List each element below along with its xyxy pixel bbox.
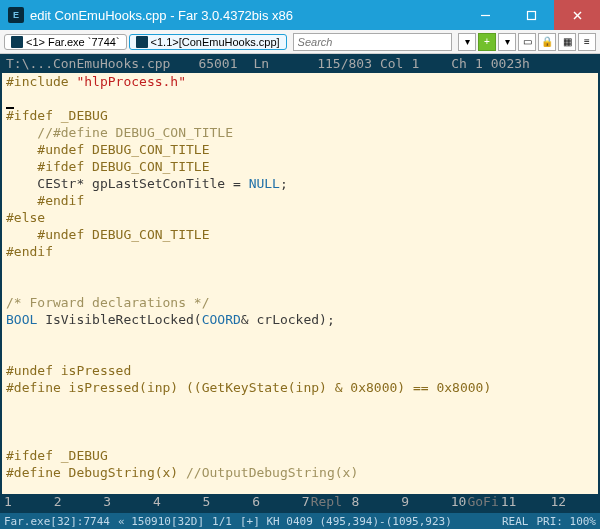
titlebar: E edit ConEmuHooks.cpp - Far 3.0.4372bis… xyxy=(0,0,600,30)
char-number: 1 xyxy=(475,56,483,73)
search-box xyxy=(293,33,452,51)
settings-button[interactable]: ▦ xyxy=(558,33,576,51)
tab-conemuhooks[interactable]: <1.1>[ConEmuHooks.cpp] xyxy=(129,34,287,50)
tab-label: <1> Far.exe `7744` xyxy=(26,36,120,48)
fkey-12[interactable]: 12 xyxy=(548,494,598,511)
code-editor[interactable]: #include "hlpProcess.h" #ifdef _DEBUG //… xyxy=(2,73,598,494)
fkey-1[interactable]: 1 xyxy=(2,494,52,511)
window-info: « 150910[32D] xyxy=(118,515,204,528)
add-dropdown-button[interactable]: ▾ xyxy=(498,33,516,51)
col-number: 1 xyxy=(411,56,419,73)
maximize-button[interactable] xyxy=(508,0,554,30)
line-number: 115/803 xyxy=(317,56,372,73)
editor: T:\...ConEmuHooks.cpp 65001 Ln 115/803 C… xyxy=(0,54,600,513)
lock-button[interactable]: 🔒 xyxy=(538,33,556,51)
toolbar: <1> Far.exe `7744` <1.1>[ConEmuHooks.cpp… xyxy=(0,30,600,54)
function-keys: 1234567Repl8910GoFi1112 xyxy=(2,494,598,511)
position-info: 1/1 xyxy=(212,515,232,528)
console-mode: REAL xyxy=(502,515,529,528)
console-icon xyxy=(11,36,23,48)
fkey-3[interactable]: 3 xyxy=(101,494,151,511)
fkey-4[interactable]: 4 xyxy=(151,494,201,511)
app-icon: E xyxy=(8,7,24,23)
tab-label: <1.1>[ConEmuHooks.cpp] xyxy=(151,36,280,48)
fkey-10[interactable]: 10GoFi xyxy=(449,494,499,511)
fkey-11[interactable]: 11 xyxy=(499,494,549,511)
keyboard-info: [+] KH 0409 (495,394)-(1095,923) xyxy=(240,515,452,528)
window-title: edit ConEmuHooks.cpp - Far 3.0.4372bis x… xyxy=(30,8,293,23)
menu-button[interactable]: ≡ xyxy=(578,33,596,51)
file-path: T:\...ConEmuHooks.cpp xyxy=(6,56,170,73)
tab-far[interactable]: <1> Far.exe `7744` xyxy=(4,34,127,50)
search-dropdown-button[interactable]: ▾ xyxy=(458,33,476,51)
fkey-2[interactable]: 2 xyxy=(52,494,102,511)
char-hex: 0023h xyxy=(491,56,530,73)
editor-status-line: T:\...ConEmuHooks.cpp 65001 Ln 115/803 C… xyxy=(2,56,598,73)
char-label: Ch xyxy=(451,56,467,73)
fkey-7[interactable]: 7Repl xyxy=(300,494,350,511)
add-button[interactable]: + xyxy=(478,33,496,51)
fkey-8[interactable]: 8 xyxy=(349,494,399,511)
fkey-5[interactable]: 5 xyxy=(201,494,251,511)
fkey-9[interactable]: 9 xyxy=(399,494,449,511)
window-list-button[interactable]: ▭ xyxy=(518,33,536,51)
minimize-button[interactable] xyxy=(462,0,508,30)
fkey-6[interactable]: 6 xyxy=(250,494,300,511)
status-bar: Far.exe[32]:7744 « 150910[32D] 1/1 [+] K… xyxy=(0,513,600,529)
line-label: Ln xyxy=(254,56,270,73)
process-info: Far.exe[32]:7744 xyxy=(4,515,110,528)
codepage: 65001 xyxy=(198,56,237,73)
svg-rect-1 xyxy=(527,11,535,19)
close-button[interactable] xyxy=(554,0,600,30)
text-cursor xyxy=(6,107,14,109)
search-input[interactable] xyxy=(293,33,452,51)
console-icon xyxy=(136,36,148,48)
priority-info: PRI: 100% xyxy=(536,515,596,528)
col-label: Col xyxy=(380,56,403,73)
